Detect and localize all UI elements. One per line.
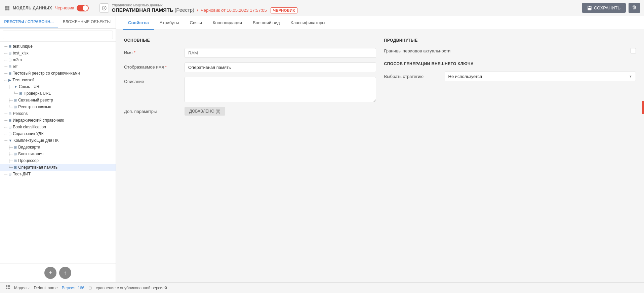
tree-branch-icon: ├─	[3, 125, 7, 129]
breadcrumb-main-row: ОПЕРАТИВНАЯ ПАМЯТЬ (Реестр) / Черновик о…	[112, 7, 297, 13]
model-title: МОДЕЛЬ ДАННЫХ	[13, 6, 52, 10]
tree-item-label: Комплектующие для ПК	[13, 138, 58, 143]
list-item[interactable]: └─⊞Проверка URL	[0, 90, 116, 97]
list-item[interactable]: ├─▼Комплектующие для ПК	[0, 137, 116, 144]
top-bar-left: МОДЕЛЬ ДАННЫХ Черновик	[4, 5, 89, 11]
tree-branch-icon: ├─	[3, 119, 7, 122]
tree-node-icon: ⊞	[8, 118, 11, 123]
tab-консолидация[interactable]: Консолидация	[207, 16, 247, 30]
chevron-down-icon: ▼	[629, 75, 632, 78]
save-button[interactable]: СОХРАНИТЬ	[582, 3, 626, 13]
list-item[interactable]: ├─⊞test unique	[0, 43, 116, 50]
list-item[interactable]: └─⊞Оперативная память	[0, 164, 116, 171]
name-row: Имя *	[124, 48, 376, 58]
list-item[interactable]: ├─⊞Иерархический справочник	[0, 117, 116, 124]
tree-node-icon: ⊞	[19, 91, 22, 96]
period-label: Границы периодов актуальности	[384, 48, 451, 53]
svg-rect-12	[6, 288, 7, 289]
list-item[interactable]: └─⊞Тест-ДИТ	[0, 171, 116, 177]
list-item[interactable]: ├─⊞ref	[0, 63, 116, 70]
svg-rect-13	[8, 288, 10, 289]
add-item-button[interactable]: +	[44, 267, 56, 279]
strategy-row: Выбрать стратегию Не используется ▼	[384, 72, 636, 81]
red-accent-bar	[642, 101, 644, 114]
list-item[interactable]: ├─⊞Справочник УДК	[0, 130, 116, 137]
draft-toggle[interactable]	[77, 5, 89, 11]
tab-embedded[interactable]: ВЛОЖЕННЫЕ ОБЪЕКТЫ	[58, 16, 116, 28]
tab-свойства[interactable]: Свойства	[123, 16, 154, 30]
tree-item-label: Тест-ДИТ	[13, 172, 31, 176]
delete-button[interactable]	[629, 3, 640, 13]
tree-branch-icon: ├─	[8, 98, 13, 102]
list-item[interactable]: ├─⊞Связанный реестр	[0, 97, 116, 103]
tree-item-label: Процессор	[18, 158, 39, 163]
search-input[interactable]	[3, 31, 113, 39]
compare-label: сравнение с опубликованной версией	[96, 286, 167, 290]
extra-params-row: Доп. параметры ДОБАВЛЕНО (0)	[124, 107, 376, 116]
list-item[interactable]: ├─⊞Book classification	[0, 124, 116, 130]
list-item[interactable]: ├─⊞Блок питания	[0, 151, 116, 157]
status-bar: Модель: Default name Версия: 166 ⊟ сравн…	[0, 282, 644, 293]
tree-item-label: test unique	[13, 44, 33, 49]
display-name-input[interactable]	[185, 62, 376, 72]
tree-branch-icon: ├─	[3, 139, 7, 142]
tab-внешний-вид[interactable]: Внешний вид	[247, 16, 285, 30]
svg-rect-10	[6, 285, 7, 287]
page-icon	[99, 3, 109, 13]
tree-item-label: Проверка URL	[24, 91, 51, 96]
version-link[interactable]: Версия: 166	[62, 286, 84, 290]
tree-node-icon: ⊞	[14, 159, 17, 163]
tree-branch-icon: └─	[3, 172, 7, 176]
list-item[interactable]: ├─⊞Видеокарта	[0, 144, 116, 151]
tree-branch-icon: ├─	[3, 132, 7, 136]
list-item[interactable]: ├─⊞Тестовый реестр со справочниками	[0, 70, 116, 77]
tree-branch-icon: └─	[8, 166, 13, 169]
advanced-section: ПРОДВИНУТЫЕ Границы периодов актуальност…	[384, 38, 636, 120]
description-textarea[interactable]	[185, 77, 376, 102]
tree-node-icon: ⊞	[8, 71, 11, 76]
trash-icon	[632, 5, 637, 10]
svg-rect-9	[588, 8, 591, 10]
breadcrumb-sub: Управление моделью данных	[112, 3, 297, 7]
extra-params-button[interactable]: ДОБАВЛЕНО (0)	[185, 107, 225, 116]
tree-branch-icon: ├─	[3, 58, 7, 62]
content-area: СвойстваАтрибутыСвязиКонсолидацияВнешний…	[116, 16, 644, 282]
tree-node-icon: ⊞	[8, 44, 11, 49]
tab-связи[interactable]: Связи	[185, 16, 207, 30]
sidebar: РЕЕСТРЫ / СПРАВОЧН... ВЛОЖЕННЫЕ ОБЪЕКТЫ …	[0, 16, 116, 282]
tree-item-label: Оперативная память	[18, 165, 57, 170]
tab-атрибуты[interactable]: Атрибуты	[154, 16, 185, 30]
list-item[interactable]: ├─⊞test_xlsx	[0, 50, 116, 56]
tree-item-label: Связанный реестр	[18, 98, 53, 102]
svg-rect-2	[5, 8, 7, 10]
svg-rect-11	[8, 285, 10, 287]
tree-item-label: Иерархический справочник	[13, 118, 64, 123]
model-label: Модель:	[14, 286, 30, 290]
tree-item-label: test_xlsx	[13, 51, 29, 55]
tree-branch-icon: ├─	[8, 85, 13, 89]
tab-registries[interactable]: РЕЕСТРЫ / СПРАВОЧН...	[0, 16, 58, 28]
list-item[interactable]: ├─▼Связь - URL	[0, 83, 116, 90]
tree-node-icon: ⊞	[8, 172, 11, 176]
tree-branch-icon: └─	[8, 105, 13, 109]
breadcrumb-sep: /	[197, 8, 199, 13]
tree-node-icon: ⊞	[8, 125, 11, 129]
name-input[interactable]	[185, 48, 376, 58]
tree-branch-icon: ├─	[3, 72, 7, 75]
list-item[interactable]: └─⊞Реестр со связью	[0, 103, 116, 110]
move-up-button[interactable]: ↑	[59, 267, 71, 279]
list-item[interactable]: ├─▶Тест связей	[0, 77, 116, 83]
tree-node-icon: ▼	[8, 138, 12, 142]
name-label: Имя *	[124, 48, 185, 55]
tree-node-icon: ⊞	[14, 165, 17, 170]
tree-node-icon: ⊞	[14, 98, 17, 102]
list-item[interactable]: ├─⊞m2m	[0, 56, 116, 63]
tree-node-icon: ⊞	[8, 51, 11, 55]
list-item[interactable]: ├─⊞Persons	[0, 110, 116, 117]
breadcrumb-type: (Реестр)	[174, 7, 194, 13]
tab-классификаторы[interactable]: Классификаторы	[285, 16, 331, 30]
strategy-select[interactable]: Не используется ▼	[445, 72, 636, 81]
content-grid: ОСНОВНЫЕ Имя * Отображаемое имя *	[124, 38, 636, 120]
period-checkbox[interactable]	[631, 48, 636, 53]
list-item[interactable]: ├─⊞Процессор	[0, 157, 116, 164]
